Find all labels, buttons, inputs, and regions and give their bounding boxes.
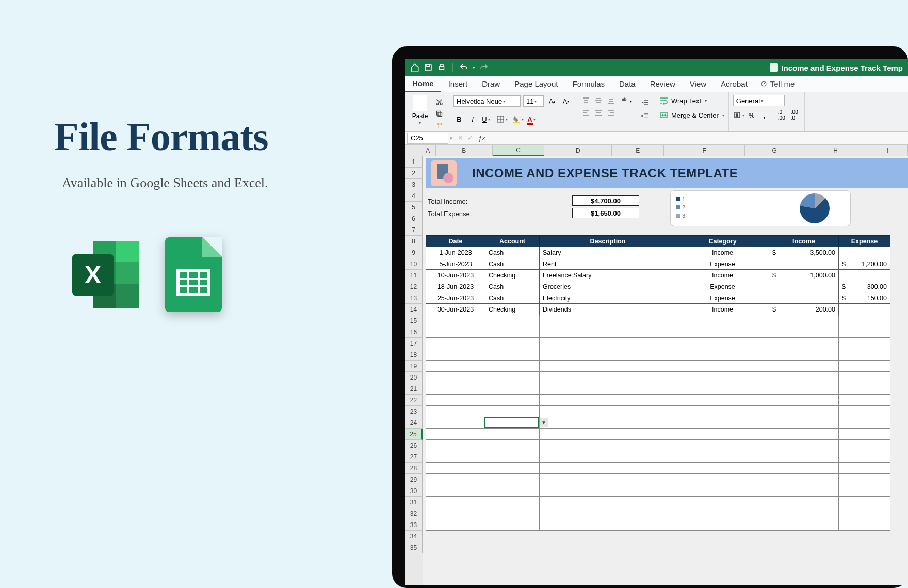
tab-draw[interactable]: Draw: [475, 76, 507, 92]
row-header[interactable]: 19: [405, 361, 423, 372]
home-icon[interactable]: [410, 63, 419, 72]
table-row[interactable]: [426, 315, 890, 326]
row-header[interactable]: 33: [405, 519, 423, 531]
increase-font-button[interactable]: A▴: [546, 95, 558, 107]
number-format-select[interactable]: General: [733, 95, 785, 106]
table-row[interactable]: [426, 361, 890, 372]
row-header[interactable]: 13: [405, 292, 423, 304]
row-header[interactable]: 31: [405, 497, 423, 508]
font-size-select[interactable]: 11: [523, 95, 544, 107]
decrease-font-button[interactable]: A▾: [560, 95, 572, 107]
table-row[interactable]: 30-Jun-2023CheckingDividendsIncome$200.0…: [426, 304, 890, 315]
row-header[interactable]: 12: [405, 281, 423, 292]
row-header[interactable]: 10: [405, 258, 423, 270]
row-header[interactable]: 18: [405, 349, 423, 361]
row-header[interactable]: 5: [405, 202, 423, 213]
table-row[interactable]: [426, 338, 890, 349]
paste-button[interactable]: Paste ▾: [409, 95, 431, 125]
name-box[interactable]: C25: [407, 133, 448, 144]
table-row[interactable]: 10-Jun-2023CheckingFreelance SalaryIncom…: [426, 270, 890, 281]
format-painter-button[interactable]: [434, 120, 445, 130]
row-header[interactable]: 3: [405, 179, 423, 190]
column-header[interactable]: A: [420, 145, 436, 156]
wrap-text-button[interactable]: Wrap Text: [659, 95, 707, 106]
increase-decimal-button[interactable]: .0.00: [776, 109, 787, 121]
row-header[interactable]: 25: [405, 429, 423, 440]
row-header[interactable]: 15: [405, 315, 423, 326]
tab-review[interactable]: Review: [643, 76, 683, 92]
row-header[interactable]: 21: [405, 383, 423, 395]
percent-format-button[interactable]: %: [746, 109, 757, 121]
row-header[interactable]: 4: [405, 190, 423, 202]
row-header[interactable]: 26: [405, 440, 423, 451]
row-header[interactable]: 29: [405, 474, 423, 485]
align-left-button[interactable]: [580, 107, 592, 119]
column-header[interactable]: C: [493, 145, 545, 156]
decrease-indent-button[interactable]: [640, 97, 651, 107]
row-header[interactable]: 23: [405, 406, 423, 417]
table-row[interactable]: [426, 474, 890, 485]
tab-home[interactable]: Home: [405, 76, 441, 92]
fill-color-button[interactable]: [512, 113, 524, 125]
column-header[interactable]: D: [544, 145, 612, 156]
row-header[interactable]: 11: [405, 270, 423, 281]
align-center-button[interactable]: [593, 107, 604, 119]
tab-insert[interactable]: Insert: [441, 76, 475, 92]
column-header[interactable]: E: [612, 145, 664, 156]
decrease-decimal-button[interactable]: .00.0: [789, 109, 800, 121]
underline-button[interactable]: U: [480, 113, 492, 125]
print-icon[interactable]: [437, 63, 446, 72]
column-header[interactable]: I: [867, 145, 908, 156]
row-header[interactable]: 32: [405, 508, 423, 519]
redo-icon[interactable]: [479, 63, 489, 72]
borders-button[interactable]: [496, 113, 508, 125]
increase-indent-button[interactable]: [640, 110, 651, 121]
table-row[interactable]: [426, 395, 890, 406]
table-row[interactable]: [426, 372, 890, 383]
row-header[interactable]: 2: [405, 168, 423, 179]
row-header[interactable]: 6: [405, 213, 423, 224]
table-row[interactable]: [426, 508, 890, 519]
merge-center-button[interactable]: Merge & Center: [659, 109, 724, 121]
cancel-formula-icon[interactable]: ✕: [458, 134, 463, 142]
font-color-button[interactable]: A: [526, 113, 537, 125]
column-header[interactable]: B: [436, 145, 493, 156]
row-header[interactable]: 30: [405, 485, 423, 497]
row-header[interactable]: 1: [405, 156, 423, 168]
tab-page-layout[interactable]: Page Layout: [507, 76, 565, 92]
table-row[interactable]: [426, 383, 890, 395]
row-header[interactable]: 24: [405, 417, 423, 429]
save-icon[interactable]: [424, 63, 433, 72]
tab-view[interactable]: View: [683, 76, 714, 92]
row-header[interactable]: 7: [405, 224, 423, 236]
table-row[interactable]: [426, 440, 890, 451]
align-right-button[interactable]: [605, 107, 617, 119]
table-row[interactable]: 25-Jun-2023CashElectricityExpense$150.00: [426, 292, 890, 304]
row-header[interactable]: 35: [405, 542, 423, 553]
table-row[interactable]: 5-Jun-2023CashRentExpense$1,200.00: [426, 258, 890, 270]
table-row[interactable]: [426, 463, 890, 474]
tab-acrobat[interactable]: Acrobat: [714, 76, 755, 92]
bold-button[interactable]: B: [453, 113, 465, 125]
copy-button[interactable]: [434, 108, 445, 119]
select-all-corner[interactable]: [405, 145, 420, 156]
table-row[interactable]: [426, 519, 890, 531]
align-top-button[interactable]: [580, 95, 592, 106]
row-header[interactable]: 8: [405, 236, 423, 247]
align-middle-button[interactable]: [593, 95, 604, 106]
row-header[interactable]: 22: [405, 395, 423, 406]
spreadsheet-grid[interactable]: ABCDEFGHI 123456789101112131415161718192…: [405, 145, 908, 585]
tell-me-button[interactable]: Tell me: [760, 79, 795, 88]
comma-format-button[interactable]: ,: [759, 109, 770, 121]
fx-label[interactable]: ƒx: [478, 134, 485, 142]
column-header[interactable]: F: [664, 145, 745, 156]
tab-data[interactable]: Data: [612, 76, 643, 92]
row-header[interactable]: 17: [405, 338, 423, 349]
table-row[interactable]: [426, 406, 890, 417]
font-family-select[interactable]: Helvetica Neue: [453, 95, 521, 107]
cell-dropdown-icon[interactable]: ▼: [539, 418, 548, 427]
accept-formula-icon[interactable]: ✓: [467, 134, 473, 142]
align-bottom-button[interactable]: [605, 95, 617, 106]
row-header[interactable]: 20: [405, 372, 423, 383]
table-row[interactable]: [426, 497, 890, 508]
